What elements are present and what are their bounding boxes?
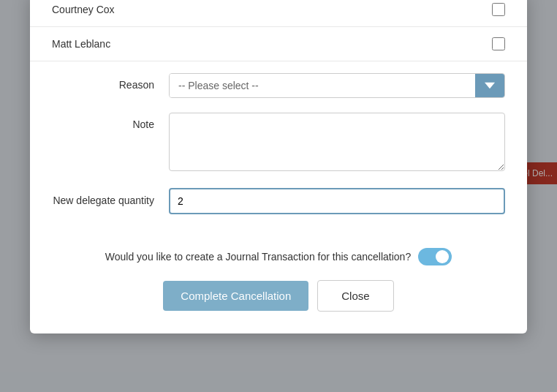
note-row: Note — [52, 113, 505, 173]
form-section: Reason -- Please select -- Note — [30, 61, 527, 241]
courtney-checkbox[interactable] — [492, 3, 505, 16]
note-control-wrap — [169, 113, 505, 173]
action-buttons-row: Complete Cancellation Close — [30, 280, 527, 312]
complete-cancellation-button[interactable]: Complete Cancellation — [163, 281, 308, 311]
journal-toggle-row: Would you like to create a Journal Trans… — [30, 241, 527, 280]
courtney-checkbox-wrap — [492, 3, 505, 16]
reason-select-text[interactable]: -- Please select -- — [170, 74, 475, 97]
journal-toggle-switch[interactable] — [418, 248, 452, 265]
matt-checkbox-wrap — [492, 37, 505, 50]
close-button[interactable]: Close — [317, 280, 393, 312]
person-name-courtney: Courtney Cox — [52, 4, 115, 15]
reason-row: Reason -- Please select -- — [52, 73, 505, 98]
note-textarea[interactable] — [169, 113, 505, 171]
reason-dropdown-button[interactable] — [475, 74, 504, 97]
matt-checkbox[interactable] — [492, 37, 505, 50]
modal-overlay: Courtney Cox Matt Leblanc Reason -- Plea… — [0, 0, 557, 392]
delegate-quantity-input[interactable] — [169, 188, 505, 214]
reason-select-wrapper: -- Please select -- — [169, 73, 505, 98]
delegate-control-wrap — [169, 188, 505, 214]
person-name-matt: Matt Leblanc — [52, 38, 110, 50]
note-label: Note — [52, 113, 169, 130]
reason-label: Reason — [52, 73, 169, 91]
delegate-label: New delegate quantity — [52, 188, 169, 208]
chevron-down-icon — [485, 80, 495, 91]
cancellation-modal: Courtney Cox Matt Leblanc Reason -- Plea… — [30, 0, 527, 333]
person-row-matt: Matt Leblanc — [30, 27, 527, 61]
person-row-courtney: Courtney Cox — [30, 0, 527, 27]
reason-control-wrap: -- Please select -- — [169, 73, 505, 98]
journal-toggle-label: Would you like to create a Journal Trans… — [105, 251, 411, 263]
toggle-slider — [418, 248, 452, 265]
delegate-row: New delegate quantity — [52, 188, 505, 214]
